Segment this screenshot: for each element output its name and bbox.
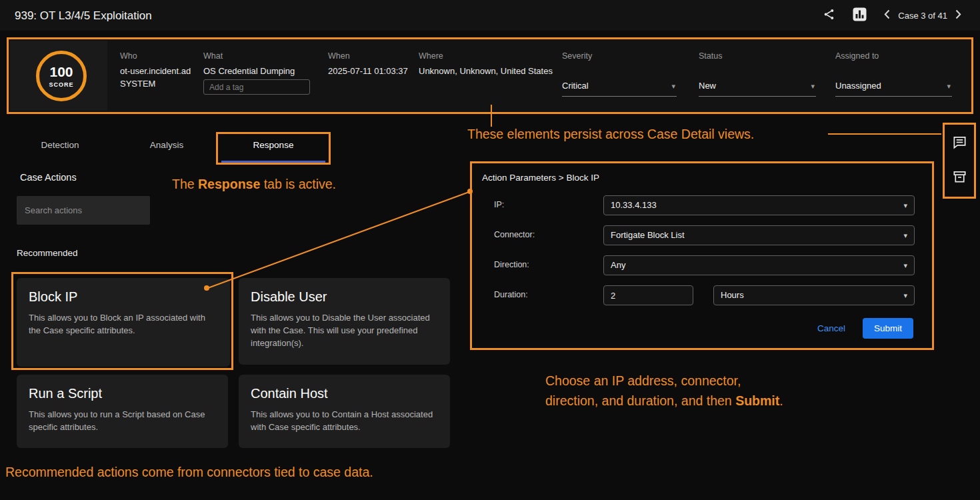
- field-label: When: [328, 51, 350, 61]
- duration-value-input[interactable]: [603, 285, 693, 305]
- side-tools-box: [943, 123, 976, 199]
- who-user-value: ot-user.incident.ad: [120, 66, 191, 76]
- ip-dropdown[interactable]: 10.33.4.133 ▾: [603, 195, 915, 215]
- field-label: Status: [699, 51, 722, 61]
- connector-value: Fortigate Block List: [611, 230, 685, 240]
- page-title: 939: OT L3/4/5 Exploitation: [15, 9, 152, 23]
- active-tab-underline: [221, 161, 325, 163]
- card-description: This allows you to Disable the User asso…: [251, 312, 438, 350]
- top-bar: 939: OT L3/4/5 Exploitation: [0, 0, 980, 31]
- breadcrumb: Action Parameters > Block IP: [482, 173, 599, 183]
- submit-button[interactable]: Submit: [863, 318, 913, 339]
- severity-dropdown[interactable]: Critical ▾: [562, 77, 677, 97]
- tab-response[interactable]: Response: [220, 131, 327, 159]
- card-title: Contain Host: [251, 386, 438, 401]
- connector-label: Connector:: [494, 230, 535, 239]
- where-value: Unknown, Unknown, United States: [419, 66, 553, 76]
- annotation-text: .: [779, 393, 783, 408]
- chevron-down-icon: ▾: [811, 77, 815, 95]
- card-title: Run a Script: [29, 386, 216, 401]
- annotation-persist-note: These elements persist across Case Detai…: [467, 127, 754, 142]
- status-value: New: [699, 81, 716, 91]
- case-counter: Case 3 of 41: [898, 11, 947, 21]
- annotation-text: These elements persist across Case Detai…: [467, 127, 754, 141]
- chevron-down-icon: ▾: [903, 256, 907, 275]
- risk-score-badge: 100 SCORE: [36, 51, 87, 101]
- chevron-right-icon: [955, 9, 961, 21]
- comment-icon: [952, 135, 967, 152]
- card-description: This allows you to run a Script based on…: [29, 409, 216, 434]
- score-value: 100: [49, 65, 73, 79]
- archive-icon: [952, 169, 967, 187]
- share-button[interactable]: [821, 7, 837, 24]
- search-actions-input[interactable]: [17, 196, 150, 225]
- status-dropdown[interactable]: New ▾: [699, 77, 816, 97]
- who-system-value: SYSTEM: [120, 79, 155, 89]
- card-title: Block IP: [29, 289, 218, 305]
- severity-value: Critical: [562, 81, 589, 91]
- annotation-text-bold: Submit: [735, 393, 779, 408]
- chevron-down-icon: ▾: [947, 77, 951, 95]
- annotation-vertical-line: [491, 105, 492, 127]
- direction-label: Direction:: [494, 260, 529, 269]
- case-summary-strip: 100 SCORE Who ot-user.incident.ad SYSTEM…: [7, 37, 973, 114]
- field-label: What: [203, 51, 223, 61]
- duration-unit-dropdown[interactable]: Hours ▾: [713, 285, 915, 305]
- card-description: This allows you to Block an IP associate…: [29, 312, 218, 337]
- chart-widget-button[interactable]: [851, 6, 868, 25]
- top-bar-actions: Case 3 of 41: [821, 0, 963, 31]
- annotation-text: Choose an IP address, connector,: [545, 373, 741, 388]
- comments-button[interactable]: [951, 133, 969, 153]
- case-pagination: Case 3 of 41: [883, 8, 963, 23]
- annotation-choose-note: Choose an IP address, connector, directi…: [545, 371, 783, 411]
- what-value: OS Credential Dumping: [203, 66, 295, 76]
- previous-case-button[interactable]: [883, 8, 891, 23]
- chevron-down-icon: ▾: [903, 196, 907, 215]
- params-button-row: Cancel Submit: [817, 318, 913, 339]
- archive-button[interactable]: [951, 168, 969, 188]
- annotation-recommended-note: Recommended actions come from connectors…: [5, 465, 373, 480]
- connector-dropdown[interactable]: Fortigate Block List ▾: [603, 225, 915, 245]
- annotation-line-2: direction, and duration, and then Submit…: [545, 391, 783, 411]
- annotation-line-1: Choose an IP address, connector,: [545, 371, 783, 391]
- score-panel: 100 SCORE: [10, 41, 107, 111]
- assigned-value: Unassigned: [835, 81, 881, 91]
- ip-value: 10.33.4.133: [611, 200, 657, 210]
- tab-detection[interactable]: Detection: [7, 131, 113, 159]
- action-parameters-panel: Action Parameters > Block IP IP: 10.33.4…: [470, 161, 934, 350]
- cancel-button[interactable]: Cancel: [817, 323, 845, 333]
- tab-analysis[interactable]: Analysis: [113, 131, 220, 159]
- score-label: SCORE: [49, 81, 73, 88]
- annotation-connector-line: [208, 191, 471, 289]
- action-card-run-script[interactable]: Run a Script This allows you to run a Sc…: [17, 375, 228, 448]
- recommended-section-label: Recommended: [17, 248, 78, 258]
- duration-label: Duration:: [494, 290, 528, 299]
- bar-chart-icon: [853, 7, 867, 23]
- chevron-left-icon: [884, 9, 890, 21]
- case-detail-app: 939: OT L3/4/5 Exploitation: [0, 0, 980, 500]
- annotation-horizontal-line: [828, 133, 941, 135]
- card-description: This allows you to to Contain a Host ass…: [251, 409, 438, 434]
- direction-dropdown[interactable]: Any ▾: [603, 255, 915, 275]
- annotation-text: direction, and duration, and then: [545, 393, 735, 408]
- next-case-button[interactable]: [954, 8, 963, 23]
- card-title: Disable User: [251, 289, 438, 305]
- annotation-text: The: [172, 177, 198, 191]
- annotation-dot-end: [467, 189, 473, 194]
- share-icon: [823, 8, 835, 23]
- chevron-down-icon: ▾: [903, 226, 907, 245]
- duration-unit-value: Hours: [721, 290, 744, 300]
- action-card-disable-user[interactable]: Disable User This allows you to Disable …: [239, 278, 450, 365]
- field-label: Who: [120, 51, 137, 61]
- action-card-block-ip[interactable]: Block IP This allows you to Block an IP …: [17, 278, 230, 367]
- add-tag-input[interactable]: [203, 79, 310, 95]
- field-label: Where: [419, 51, 443, 61]
- direction-value: Any: [611, 260, 625, 270]
- action-card-contain-host[interactable]: Contain Host This allows you to to Conta…: [239, 375, 450, 448]
- assigned-to-dropdown[interactable]: Unassigned ▾: [835, 77, 952, 97]
- field-label: Severity: [562, 51, 592, 61]
- annotation-text: tab is active.: [260, 177, 336, 191]
- chevron-down-icon: ▾: [671, 77, 675, 95]
- field-label: Assigned to: [835, 51, 879, 61]
- annotation-text: Recommended actions come from connectors…: [5, 465, 373, 479]
